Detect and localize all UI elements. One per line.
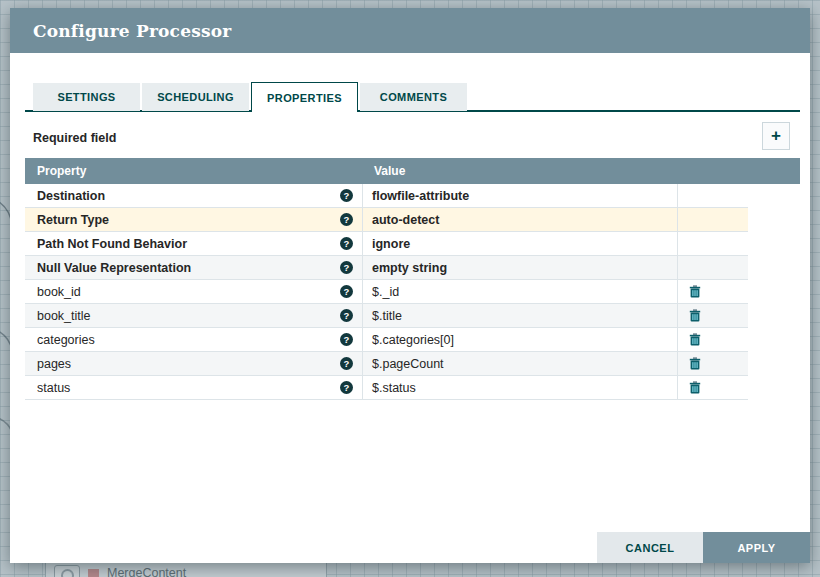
dialog-footer: CANCEL APPLY bbox=[597, 532, 810, 563]
trash-icon[interactable] bbox=[689, 357, 701, 370]
help-icon[interactable]: ? bbox=[340, 381, 353, 394]
table-row: Null Value Representation ? empty string bbox=[25, 256, 748, 280]
property-value: $.pageCount bbox=[372, 357, 444, 371]
action-cell bbox=[677, 232, 748, 255]
tab-properties[interactable]: PROPERTIES bbox=[251, 82, 358, 112]
table-row: Return Type ? auto-detect bbox=[25, 208, 748, 232]
property-cell: Null Value Representation ? bbox=[25, 256, 362, 279]
action-cell bbox=[677, 376, 748, 399]
property-value: $.status bbox=[372, 381, 416, 395]
value-cell[interactable]: auto-detect bbox=[362, 208, 677, 231]
value-cell[interactable]: ignore bbox=[362, 232, 677, 255]
help-icon[interactable]: ? bbox=[340, 237, 353, 250]
property-cell: pages ? bbox=[25, 352, 362, 375]
property-value: auto-detect bbox=[372, 213, 439, 227]
trash-icon[interactable] bbox=[689, 309, 701, 322]
help-icon[interactable]: ? bbox=[340, 213, 353, 226]
help-icon[interactable]: ? bbox=[340, 189, 353, 202]
help-icon[interactable]: ? bbox=[340, 333, 353, 346]
table-row: Path Not Found Behavior ? ignore bbox=[25, 232, 748, 256]
property-value: $.categories[0] bbox=[372, 333, 454, 347]
action-cell bbox=[677, 304, 748, 327]
configure-processor-dialog: Configure Processor SETTINGS SCHEDULING … bbox=[10, 8, 810, 563]
nifi-canvas: MergeContent Configure Processor SETTING… bbox=[0, 0, 820, 577]
value-cell[interactable]: $._id bbox=[362, 280, 677, 303]
property-name: book_title bbox=[37, 309, 91, 323]
apply-button[interactable]: APPLY bbox=[703, 532, 810, 563]
value-cell[interactable]: $.status bbox=[362, 376, 677, 399]
property-name: book_id bbox=[37, 285, 81, 299]
dialog-header: Configure Processor bbox=[10, 8, 810, 53]
background-processor-mergecontent: MergeContent bbox=[45, 562, 327, 577]
table-row: Destination ? flowfile-attribute bbox=[25, 184, 748, 208]
processor-label: MergeContent bbox=[107, 566, 186, 577]
value-cell[interactable]: $.title bbox=[362, 304, 677, 327]
dialog-title: Configure Processor bbox=[33, 21, 231, 41]
value-cell[interactable]: $.pageCount bbox=[362, 352, 677, 375]
property-value: ignore bbox=[372, 237, 410, 251]
property-name: Return Type bbox=[37, 213, 109, 227]
property-cell: book_title ? bbox=[25, 304, 362, 327]
action-cell bbox=[677, 256, 748, 279]
property-value: $._id bbox=[372, 285, 399, 299]
property-name: Null Value Representation bbox=[37, 261, 191, 275]
action-cell bbox=[677, 184, 748, 207]
add-property-button[interactable]: + bbox=[762, 122, 790, 150]
tab-scheduling[interactable]: SCHEDULING bbox=[142, 83, 249, 111]
trash-icon[interactable] bbox=[689, 381, 701, 394]
properties-table-body: Destination ? flowfile-attribute Return … bbox=[25, 184, 748, 400]
help-icon[interactable]: ? bbox=[340, 261, 353, 274]
property-name: pages bbox=[37, 357, 71, 371]
value-cell[interactable]: flowfile-attribute bbox=[362, 184, 677, 207]
property-value: flowfile-attribute bbox=[372, 189, 469, 203]
trash-icon[interactable] bbox=[689, 285, 701, 298]
table-row: book_id ? $._id bbox=[25, 280, 748, 304]
column-header-value: Value bbox=[362, 164, 677, 178]
property-name: Destination bbox=[37, 189, 105, 203]
cancel-button[interactable]: CANCEL bbox=[597, 532, 703, 563]
properties-table-header: Property Value bbox=[25, 158, 800, 184]
tab-bar: SETTINGS SCHEDULING PROPERTIES COMMENTS bbox=[33, 83, 467, 112]
table-row: categories ? $.categories[0] bbox=[25, 328, 748, 352]
property-cell: Destination ? bbox=[25, 184, 362, 207]
table-row: pages ? $.pageCount bbox=[25, 352, 748, 376]
properties-table: Property Value Destination ? flowfile-at… bbox=[25, 158, 800, 400]
action-cell bbox=[677, 208, 748, 231]
help-icon[interactable]: ? bbox=[340, 285, 353, 298]
table-row: status ? $.status bbox=[25, 376, 748, 400]
trash-icon[interactable] bbox=[689, 333, 701, 346]
table-row: book_title ? $.title bbox=[25, 304, 748, 328]
processor-type-square-icon bbox=[88, 569, 99, 577]
property-name: categories bbox=[37, 333, 95, 347]
help-icon[interactable]: ? bbox=[340, 309, 353, 322]
property-name: Path Not Found Behavior bbox=[37, 237, 187, 251]
property-cell: Return Type ? bbox=[25, 208, 362, 231]
processor-icon bbox=[54, 565, 80, 577]
property-cell: Path Not Found Behavior ? bbox=[25, 232, 362, 255]
value-cell[interactable]: empty string bbox=[362, 256, 677, 279]
property-cell: status ? bbox=[25, 376, 362, 399]
property-value: empty string bbox=[372, 261, 447, 275]
action-cell bbox=[677, 328, 748, 351]
property-cell: book_id ? bbox=[25, 280, 362, 303]
plus-icon: + bbox=[771, 127, 781, 144]
required-field-label: Required field bbox=[33, 131, 116, 145]
tab-comments[interactable]: COMMENTS bbox=[360, 83, 467, 111]
value-cell[interactable]: $.categories[0] bbox=[362, 328, 677, 351]
help-icon[interactable]: ? bbox=[340, 357, 353, 370]
column-header-property: Property bbox=[25, 164, 362, 178]
property-cell: categories ? bbox=[25, 328, 362, 351]
action-cell bbox=[677, 352, 748, 375]
action-cell bbox=[677, 280, 748, 303]
property-value: $.title bbox=[372, 309, 402, 323]
property-name: status bbox=[37, 381, 70, 395]
tab-settings[interactable]: SETTINGS bbox=[33, 83, 140, 111]
